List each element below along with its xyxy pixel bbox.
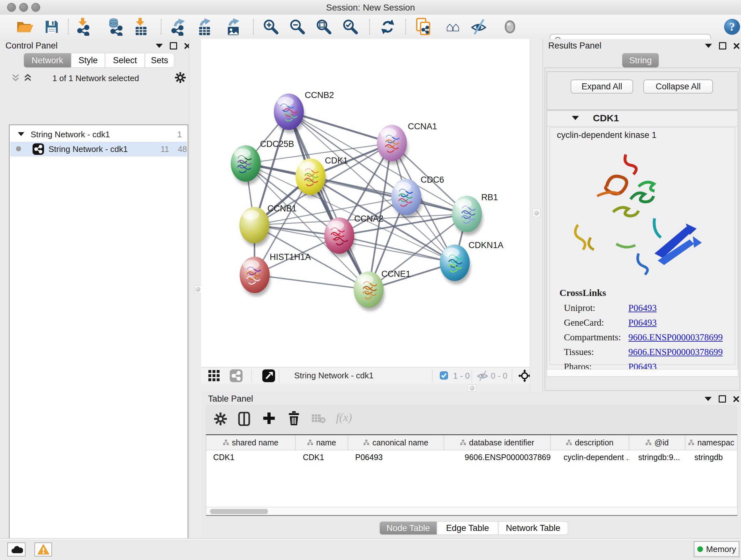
expand-all-networks-icon[interactable] xyxy=(23,73,32,84)
delete-column-icon[interactable] xyxy=(287,411,300,427)
tab-string[interactable]: String xyxy=(622,53,659,68)
float-panel-icon[interactable] xyxy=(170,42,177,50)
save-session-icon[interactable] xyxy=(43,18,61,36)
crosslink-value[interactable]: 9606.ENSP00000378699 xyxy=(628,332,723,343)
cell-name[interactable]: CDK1 xyxy=(296,450,348,464)
pan-crosshair-icon[interactable] xyxy=(518,369,531,383)
results-scrollbar[interactable] xyxy=(547,369,738,377)
collapse-panel-icon[interactable] xyxy=(156,44,163,48)
open-session-icon[interactable] xyxy=(16,18,34,36)
node-gloss xyxy=(455,199,472,208)
hide-selected-icon[interactable] xyxy=(470,18,488,36)
table-row[interactable]: CDK1 CDK1 P06493 9606.ENSP00000378699 cy… xyxy=(206,450,737,464)
gene-expander-icon[interactable] xyxy=(572,116,579,120)
gene-name: CDK1 xyxy=(593,113,619,124)
gene-section-header[interactable]: CDK1 xyxy=(547,111,738,126)
float-panel-icon[interactable] xyxy=(719,395,726,402)
birds-eye-view-icon[interactable] xyxy=(262,369,275,383)
toolbar-separator xyxy=(161,19,161,35)
string-view-icon[interactable] xyxy=(230,369,243,383)
crosslink-value[interactable]: 9606.ENSP00000378699 xyxy=(628,347,723,357)
column-header[interactable]: description xyxy=(551,435,629,450)
show-all-icon[interactable] xyxy=(501,18,519,36)
zoom-in-icon[interactable] xyxy=(262,18,280,36)
first-neighbors-icon[interactable]: ⌂⌂ xyxy=(443,18,461,36)
column-header[interactable]: canonical name xyxy=(348,435,444,450)
tab-edge-table[interactable]: Edge Table xyxy=(437,521,498,535)
grid-view-icon[interactable] xyxy=(208,370,220,383)
collapse-panel-icon[interactable] xyxy=(705,44,712,48)
tab-style[interactable]: Style xyxy=(71,53,105,68)
right-splitter-grip[interactable] xyxy=(533,209,540,217)
tab-node-table[interactable]: Node Table xyxy=(380,521,437,535)
cloud-status-button[interactable] xyxy=(7,543,25,557)
cell-description[interactable]: cyclin-dependent ... xyxy=(551,450,629,464)
crosslink-label: Compartments: xyxy=(564,332,621,343)
help-icon[interactable]: ? xyxy=(723,18,741,36)
cell-database-identifier[interactable]: 9606.ENSP00000378699 xyxy=(444,450,551,464)
network-panel-gear-icon[interactable] xyxy=(175,72,186,84)
node-gloss xyxy=(299,162,315,171)
network-tree-child-row[interactable]: String Network - cdk1 11 48 xyxy=(10,142,187,157)
tab-select[interactable]: Select xyxy=(105,53,145,68)
crosslink-value[interactable]: P06493 xyxy=(628,317,657,328)
warnings-button[interactable] xyxy=(35,543,52,557)
cell-shared-name[interactable]: CDK1 xyxy=(206,450,296,464)
right-splitter[interactable] xyxy=(530,39,543,392)
left-splitter-grip[interactable] xyxy=(194,286,201,293)
collapse-all-button[interactable]: Collapse All xyxy=(643,79,713,94)
status-bar: Memory xyxy=(0,538,741,560)
tab-network[interactable]: Network xyxy=(23,53,71,68)
export-image-icon[interactable] xyxy=(225,18,243,36)
cell-id[interactable]: stringdb:9... xyxy=(629,450,685,464)
tab-network-table[interactable]: Network Table xyxy=(498,521,568,535)
memory-button[interactable]: Memory xyxy=(694,541,739,557)
import-network-database-icon[interactable] xyxy=(106,18,124,36)
network-canvas[interactable]: CCNB2CCNA1CDC25BCDK1CDC6RB1CCNB1CCNA2CDK… xyxy=(201,39,530,367)
table-settings-gear-icon[interactable] xyxy=(214,413,227,427)
gene-description: cyclin-dependent kinase 1 xyxy=(557,130,657,140)
table-splitter[interactable] xyxy=(201,384,530,392)
left-splitter[interactable] xyxy=(189,39,201,538)
zoom-out-icon[interactable] xyxy=(288,18,307,36)
tab-sets[interactable]: Sets xyxy=(145,53,174,68)
network-tree-root-row[interactable]: String Network - cdk1 1 xyxy=(10,128,188,142)
refresh-icon[interactable] xyxy=(379,18,397,36)
selected-nodes-checkbox[interactable] xyxy=(440,371,448,381)
zoom-fit-icon[interactable] xyxy=(315,18,333,36)
collapse-panel-icon[interactable] xyxy=(704,397,712,401)
tree-expander-icon[interactable] xyxy=(18,132,24,136)
hidden-eye-icon[interactable] xyxy=(476,370,489,383)
column-header[interactable]: database identifier xyxy=(444,435,551,450)
table-splitter-grip[interactable] xyxy=(468,384,476,391)
zoom-selected-icon[interactable] xyxy=(341,18,359,36)
float-panel-icon[interactable] xyxy=(719,42,726,50)
cell-canonical-name[interactable]: P06493 xyxy=(348,450,444,464)
column-header[interactable]: @id xyxy=(629,435,685,450)
function-builder-icon: f(x) xyxy=(336,411,352,424)
import-table-file-icon[interactable] xyxy=(133,18,151,36)
delete-table-icon xyxy=(312,414,326,425)
new-network-from-selection-icon[interactable] xyxy=(415,18,433,36)
show-columns-icon[interactable] xyxy=(238,412,251,427)
add-column-icon[interactable] xyxy=(263,412,275,426)
table-hscrollbar[interactable] xyxy=(206,507,738,516)
attribute-icon xyxy=(460,440,466,445)
close-panel-icon[interactable] xyxy=(733,43,740,49)
crosslink-value[interactable]: P06493 xyxy=(628,303,657,313)
export-table-icon[interactable] xyxy=(196,18,214,36)
attribute-icon xyxy=(363,440,369,445)
column-header[interactable]: namespac xyxy=(685,435,737,450)
export-network-icon[interactable] xyxy=(170,18,188,36)
edge-CCNB2-CCNE1[interactable] xyxy=(289,112,368,290)
table-hscrollbar-thumb[interactable] xyxy=(210,509,268,514)
expand-all-button[interactable]: Expand All xyxy=(570,79,633,94)
import-network-file-icon[interactable] xyxy=(75,18,93,36)
node-label-CDC25B: CDC25B xyxy=(260,139,294,149)
edge-HIST1H1A-CCNE1[interactable] xyxy=(255,275,368,290)
cell-namespace[interactable]: stringdb xyxy=(685,450,737,464)
collapse-all-networks-icon[interactable] xyxy=(11,73,20,84)
column-header[interactable]: shared name xyxy=(206,435,296,450)
close-panel-icon[interactable] xyxy=(733,396,739,402)
column-header[interactable]: name xyxy=(296,435,348,450)
